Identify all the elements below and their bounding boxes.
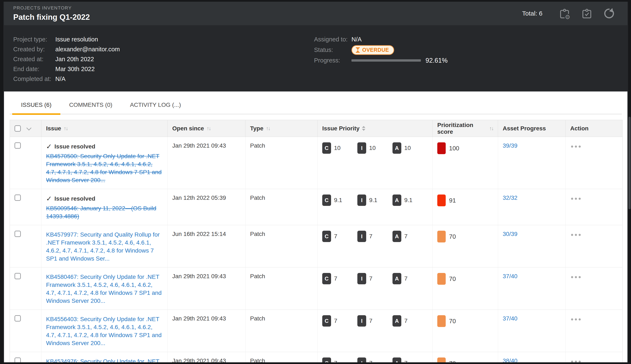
type-cell: Patch xyxy=(246,352,318,363)
column-label: Open since xyxy=(172,125,204,132)
issue-link[interactable]: KB5009546: January 11, 2022—(OS Build 14… xyxy=(46,204,163,220)
asset-progress-link[interactable]: 37/40 xyxy=(503,273,518,280)
row-actions-button[interactable] xyxy=(570,273,582,281)
open-since-cell: Jan 29th 2021 09:43 xyxy=(168,352,246,363)
row-actions-button[interactable] xyxy=(570,316,582,324)
meta-label: Created by: xyxy=(13,46,55,53)
asset-progress-link[interactable]: 30/39 xyxy=(503,231,518,237)
progress-label: Progress: xyxy=(314,57,352,64)
issue-resolved-status: ✓Issue resolved xyxy=(46,142,163,150)
prioritization-score-cell: 100 xyxy=(433,137,498,189)
issue-link[interactable]: KB4534976: Security Only Update for .NET… xyxy=(46,358,163,362)
scrollbar-thumb[interactable] xyxy=(628,117,630,209)
confidentiality-badge: C xyxy=(322,231,331,242)
status-badge: OVERDUE xyxy=(352,45,394,55)
issues-panel: ISSUES (6)COMMENTS (0)ACTIVITY LOG (...)… xyxy=(4,92,628,362)
check-icon: ✓ xyxy=(46,142,52,150)
row-checkbox[interactable] xyxy=(14,315,21,322)
meta-row-1: Created by:alexander@nanitor.com xyxy=(13,44,314,54)
sort-icon[interactable]: ↑↓ xyxy=(489,125,493,132)
sort-icon[interactable]: ↑↓ xyxy=(266,125,270,132)
issue-link[interactable]: KB4580467: Security Only Update for .NET… xyxy=(46,273,163,305)
open-since-cell: Jan 12th 2022 05:39 xyxy=(168,189,246,225)
row-checkbox[interactable] xyxy=(14,231,21,237)
row-checkbox[interactable] xyxy=(14,194,21,201)
assigned-to-label: Assigned to: xyxy=(314,36,352,43)
row-actions-button[interactable] xyxy=(570,231,582,239)
open-since-cell: Jan 29th 2021 09:43 xyxy=(168,268,246,310)
row-actions-button[interactable] xyxy=(570,358,582,362)
meta-value: N/A xyxy=(55,76,66,82)
action-cell xyxy=(566,225,622,268)
integrity-badge: I xyxy=(357,358,366,362)
integrity-value: 7 xyxy=(369,233,372,240)
issue-link[interactable]: KB4570500: Security Only Update for .NET… xyxy=(46,152,163,184)
score-value: 70 xyxy=(449,276,456,282)
row-checkbox[interactable] xyxy=(14,273,21,279)
action-cell xyxy=(566,189,622,225)
project-settings-icon[interactable]: ⚙ xyxy=(558,7,571,20)
open-since-cell: Jun 16th 2022 15:14 xyxy=(168,225,246,268)
sort-icon[interactable]: ↑↓ xyxy=(64,125,68,132)
availability-badge: A xyxy=(392,194,401,206)
asset-progress-link[interactable]: 39/39 xyxy=(503,142,518,149)
chevron-down-icon[interactable] xyxy=(26,125,31,130)
integrity-priority: I7 xyxy=(357,358,392,362)
score-value: 70 xyxy=(449,318,456,325)
sort-icon[interactable]: ↑↓ xyxy=(206,125,210,132)
tab-activity-log[interactable]: ACTIVITY LOG (...) xyxy=(121,97,190,115)
score-value: 70 xyxy=(449,360,456,363)
availability-value: 9.1 xyxy=(404,197,412,204)
issue-priority-cell: C7I7A7 xyxy=(318,225,433,268)
column-header-open-since[interactable]: Open since↑↓ xyxy=(168,120,246,137)
asset-progress-link[interactable]: 32/32 xyxy=(503,194,518,201)
confidentiality-badge: C xyxy=(322,142,331,154)
row-actions-button[interactable] xyxy=(570,195,582,203)
availability-badge: A xyxy=(392,315,401,326)
column-header-issue[interactable]: Issue↑↓ xyxy=(42,120,168,137)
issue-link[interactable]: KB4579977: Security and Quality Rollup f… xyxy=(46,231,163,263)
asset-progress-cell: 30/39 xyxy=(498,225,566,268)
open-since-cell: Jan 29th 2021 09:43 xyxy=(168,137,246,189)
column-header-type[interactable]: Type↑↓ xyxy=(246,120,318,137)
sort-icon[interactable] xyxy=(362,126,365,131)
action-cell xyxy=(566,268,622,310)
total-count: Total: 6 xyxy=(522,10,542,17)
asset-progress-cell: 37/40 xyxy=(498,268,566,310)
issue-priority-cell: C10I10A10 xyxy=(318,137,433,189)
meta-right: Assigned to: N/A Status: OVERDUE Progres… xyxy=(314,34,448,84)
integrity-priority: I7 xyxy=(357,273,392,284)
type-cell: Patch xyxy=(246,225,318,268)
row-checkbox[interactable] xyxy=(14,358,21,362)
availability-priority: A9.1 xyxy=(392,194,428,206)
score-color-chip xyxy=(437,273,446,285)
asset-progress-cell: 37/40 xyxy=(498,310,566,352)
status-label: Status: xyxy=(314,46,352,54)
type-cell: Patch xyxy=(246,310,318,352)
issues-table: Issue↑↓Open since↑↓Type↑↓Issue PriorityP… xyxy=(10,120,622,362)
tab-issues-6[interactable]: ISSUES (6) xyxy=(12,97,60,115)
prioritization-score-cell: 70 xyxy=(433,352,498,363)
refresh-icon[interactable] xyxy=(602,7,616,20)
issue-link[interactable]: KB4556403: Security Only Update for .NET… xyxy=(46,315,163,347)
column-header-prioritization-score[interactable]: Prioritization score↑↓ xyxy=(433,120,498,137)
column-header-select[interactable] xyxy=(10,120,42,137)
row-checkbox[interactable] xyxy=(14,142,21,149)
issue-resolved-label: Issue resolved xyxy=(54,143,96,150)
asset-progress-link[interactable]: 37/40 xyxy=(503,315,518,322)
meta-value: Issue resolution xyxy=(55,36,98,43)
select-all-checkbox[interactable] xyxy=(14,125,21,132)
column-label: Type xyxy=(250,125,263,132)
progress-percent: 92.61% xyxy=(426,57,448,64)
tab-comments-0[interactable]: COMMENTS (0) xyxy=(60,97,121,115)
column-header-issue-priority[interactable]: Issue Priority xyxy=(318,120,433,137)
project-meta: Project type:Issue resolutionCreated by:… xyxy=(4,25,628,84)
integrity-badge: I xyxy=(357,315,366,326)
row-actions-button[interactable] xyxy=(570,142,582,150)
asset-progress-cell: 39/39 xyxy=(498,137,566,189)
table-row: KB4556403: Security Only Update for .NET… xyxy=(10,310,622,352)
checklist-icon[interactable] xyxy=(580,7,593,20)
issue-priority-cell: C7I7A7 xyxy=(318,352,433,363)
asset-progress-link[interactable]: 38/40 xyxy=(503,358,518,362)
confidentiality-badge: C xyxy=(322,194,331,206)
